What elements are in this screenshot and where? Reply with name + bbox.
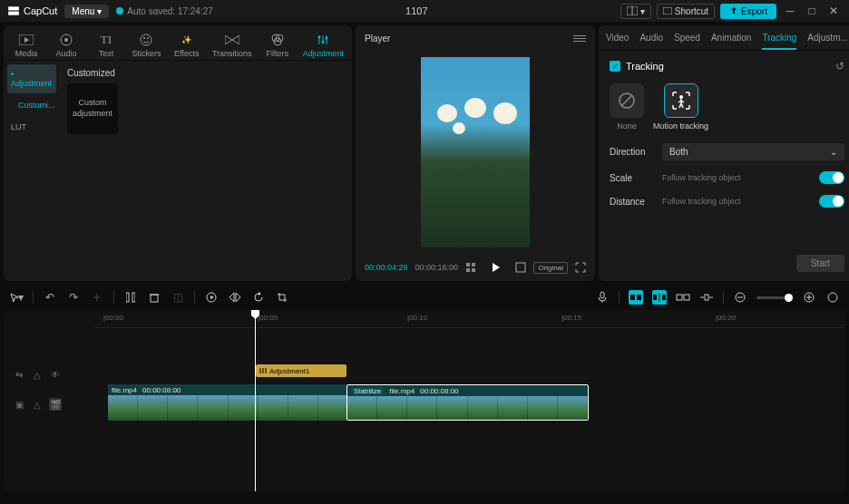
svg-rect-48 (677, 295, 682, 300)
timeline-tracks[interactable]: |00:00 |00:05 |00:10 |00:15 |00:20 ⇆ △ 👁… (4, 310, 845, 491)
tab-text[interactable]: TIText (87, 31, 125, 60)
tool-a[interactable]: ◫ (171, 290, 185, 305)
menu-button[interactable]: Menu ▾ (64, 5, 109, 18)
svg-rect-35 (151, 295, 158, 302)
track-lock-icon[interactable]: 👁 (49, 368, 62, 381)
quality-badge[interactable]: Original (533, 262, 568, 274)
timeline-ruler[interactable]: |00:00 |00:05 |00:10 |00:15 |00:20 (94, 310, 845, 328)
tab-transitions[interactable]: Transitions (208, 31, 257, 60)
track-collapse-icon[interactable]: ⇆ (13, 368, 25, 381)
tab-stickers[interactable]: Stickers (127, 31, 166, 60)
tracking-checkbox[interactable]: ✓ (610, 61, 620, 72)
svg-rect-27 (516, 263, 525, 272)
play-button[interactable] (491, 260, 502, 275)
transitions-icon (225, 33, 239, 47)
prop-tab-speed[interactable]: Speed (674, 31, 700, 48)
sidebar-item-customized[interactable]: Customi... (7, 95, 56, 115)
capcut-logo-icon (7, 5, 20, 17)
prop-tab-video[interactable]: Video (606, 31, 629, 48)
tracking-mode-motion[interactable]: Motion tracking (653, 83, 708, 131)
tracking-section-title: ✓ Tracking (610, 61, 664, 72)
playhead[interactable] (255, 310, 256, 491)
maximize-button[interactable]: □ (804, 3, 820, 19)
undo-button[interactable]: ↶ (43, 290, 57, 305)
tracking-mode-none[interactable]: None (610, 83, 644, 131)
properties-panel: Video Audio Speed Animation Tracking Adj… (599, 25, 849, 281)
direction-label: Direction (610, 147, 655, 157)
tab-filters[interactable]: Filters (259, 31, 297, 60)
layout-button[interactable]: ▾ (620, 4, 651, 19)
prop-tab-audio[interactable]: Audio (639, 31, 663, 48)
close-button[interactable]: ✕ (825, 3, 842, 19)
tab-effects[interactable]: ✨Effects (168, 31, 206, 60)
sidebar-item-adjustment[interactable]: • Adjustment (7, 64, 56, 93)
video-clip-2[interactable]: Stabilize file.mp4 00:00:08:00 (346, 384, 589, 421)
ruler-tick: |00:15 (561, 314, 581, 322)
tab-audio[interactable]: Audio (47, 31, 85, 60)
prop-tab-tracking[interactable]: Tracking (762, 31, 796, 50)
svg-point-10 (143, 37, 145, 39)
ratio-icon[interactable] (515, 260, 526, 275)
start-tracking-button[interactable]: Start (796, 255, 844, 272)
mirror-button[interactable] (228, 290, 242, 305)
svg-rect-49 (684, 295, 689, 300)
player-controls: 00:00:04:29 00:00:16:00 Original (356, 254, 595, 281)
player-viewport[interactable] (356, 51, 595, 254)
distance-toggle[interactable] (819, 195, 844, 208)
split-clip-button[interactable] (123, 290, 138, 305)
scale-toggle[interactable] (819, 171, 844, 184)
reset-icon[interactable]: ↺ (835, 60, 844, 73)
record-button[interactable] (204, 290, 219, 305)
player-title: Player (365, 34, 390, 44)
adjustment-clip-icon (259, 367, 267, 374)
adjustment-track: ⇆ △ 👁 Adjustment1 (4, 364, 845, 384)
layout-icon (627, 6, 638, 15)
svg-rect-43 (630, 295, 635, 300)
zoom-in-button[interactable] (802, 290, 816, 305)
clip-duration: 00:00:08:00 (142, 386, 181, 394)
rotate-button[interactable] (251, 290, 266, 305)
grid-icon[interactable] (465, 260, 476, 275)
duration: 00:00:16:00 (415, 263, 459, 272)
scale-sublabel: Follow tracking object (662, 173, 741, 182)
selection-tool[interactable]: ▾ (9, 290, 24, 305)
current-time: 00:00:04:29 (365, 263, 408, 272)
svg-point-11 (147, 37, 149, 39)
export-button[interactable]: Export (720, 4, 776, 19)
svg-rect-45 (653, 295, 657, 300)
svg-line-29 (621, 95, 632, 106)
delete-button[interactable] (147, 290, 161, 305)
tab-adjustment[interactable]: Adjustment (298, 31, 348, 60)
split-button[interactable] (90, 290, 104, 305)
fullscreen-icon[interactable] (575, 260, 586, 275)
magnet-b[interactable] (652, 290, 667, 305)
preview-link-button[interactable] (676, 290, 690, 305)
svg-point-30 (679, 95, 683, 99)
track-mute-icon[interactable]: 🎬 (49, 398, 62, 411)
crop-button[interactable] (275, 290, 289, 305)
magnet-a[interactable] (629, 290, 643, 305)
snap-button[interactable] (699, 290, 714, 305)
prop-tab-animation[interactable]: Animation (711, 31, 751, 48)
direction-dropdown[interactable]: Both ⌄ (662, 143, 844, 160)
shortcut-button[interactable]: Shortcut (657, 4, 715, 19)
svg-rect-47 (662, 295, 666, 300)
track-visibility-icon[interactable]: △ (31, 368, 44, 381)
zoom-fit-button[interactable] (825, 290, 840, 305)
minimize-button[interactable]: ─ (782, 3, 798, 19)
redo-button[interactable]: ↷ (66, 290, 81, 305)
sidebar-item-lut[interactable]: LUT (7, 117, 56, 137)
track-type-icon[interactable]: ▣ (13, 398, 25, 411)
adjustment-clip[interactable]: Adjustment1 (256, 364, 346, 377)
zoom-slider[interactable] (756, 296, 793, 299)
video-track: ▣ △ 🎬 file.mp4 00:00:08:00 Stabilize fil… (4, 384, 845, 424)
svg-rect-24 (472, 263, 475, 267)
svg-marker-12 (225, 35, 232, 44)
player-menu-icon[interactable] (573, 35, 586, 42)
tab-media[interactable]: Media (7, 31, 45, 60)
custom-adjustment-thumb[interactable]: Custom adjustment (67, 83, 118, 134)
zoom-out-button[interactable] (733, 290, 747, 305)
prop-tab-adjustment[interactable]: Adjustm... (807, 31, 847, 48)
track-visibility-icon[interactable]: △ (31, 398, 44, 411)
mic-button[interactable] (595, 290, 610, 305)
